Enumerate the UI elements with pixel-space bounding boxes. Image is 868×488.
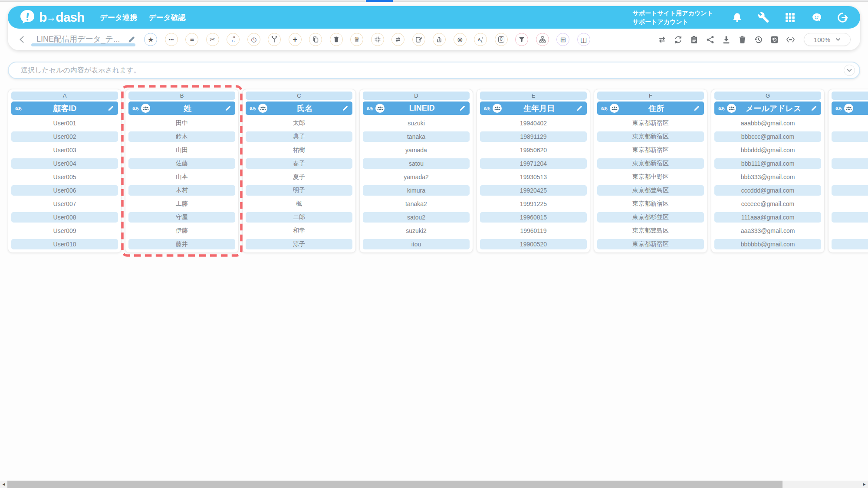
- translate-button[interactable]: Aa: [474, 33, 487, 46]
- restore-box-button[interactable]: [770, 35, 779, 44]
- formula-bar[interactable]: 選択したセルの内容が表示されます。: [8, 62, 860, 79]
- cell-b6[interactable]: 木村: [128, 183, 235, 197]
- sign-out-icon[interactable]: [837, 12, 849, 23]
- edit-box-button[interactable]: [412, 33, 425, 46]
- edit-field-pencil-icon[interactable]: [459, 105, 466, 111]
- field-header-d[interactable]: aあLINEID: [363, 102, 470, 115]
- horizontal-scrollbar[interactable]: ◀ ▶: [0, 481, 868, 488]
- edit-field-pencil-icon[interactable]: [342, 105, 349, 111]
- zoom-control[interactable]: 100%: [804, 33, 851, 46]
- cell-g10[interactable]: bbbbbb@gmail.com: [714, 237, 821, 251]
- org-group-button[interactable]: [536, 33, 549, 46]
- scroll-right-button[interactable]: ▶: [861, 481, 868, 488]
- sync-refresh-button[interactable]: [674, 35, 683, 44]
- cell-a10[interactable]: User010: [11, 237, 118, 251]
- edit-field-pencil-icon[interactable]: [576, 105, 583, 111]
- export-up-button[interactable]: [433, 33, 446, 46]
- share-button[interactable]: [706, 35, 715, 44]
- column-letter-e[interactable]: E: [480, 92, 587, 100]
- cell-g6[interactable]: cccddd@gmail.com: [714, 183, 821, 197]
- cell-e3[interactable]: 19950620: [480, 143, 587, 157]
- branch-split-button[interactable]: [268, 33, 281, 46]
- cell-e6[interactable]: 19920425: [480, 183, 587, 197]
- nav-link-data-integration[interactable]: データ連携: [100, 13, 137, 23]
- scroll-left-button[interactable]: ◀: [0, 481, 7, 488]
- cell-h6[interactable]: [832, 183, 868, 197]
- column-letter-h[interactable]: H: [832, 92, 868, 100]
- repeat-button[interactable]: [658, 35, 667, 44]
- cell-b7[interactable]: 工藤: [128, 197, 235, 210]
- copy-button[interactable]: [309, 33, 322, 46]
- cell-g5[interactable]: bbb333@gmail.com: [714, 170, 821, 183]
- code-view-button[interactable]: [786, 35, 795, 44]
- field-header-h[interactable]: aあ: [832, 102, 868, 115]
- cell-f3[interactable]: 東京都新宿区: [597, 143, 704, 157]
- history-button[interactable]: [754, 35, 763, 44]
- account-info[interactable]: サポートサイト用アカウント サポートアカウント: [632, 9, 713, 26]
- cell-h9[interactable]: [832, 224, 868, 237]
- cell-c9[interactable]: 和幸: [246, 224, 352, 237]
- cell-a1[interactable]: User001: [11, 116, 118, 130]
- cell-h4[interactable]: [832, 157, 868, 170]
- formula-expand-chevron[interactable]: [844, 65, 855, 76]
- cell-b9[interactable]: 伊藤: [128, 224, 235, 237]
- column-letter-g[interactable]: G: [714, 92, 821, 100]
- cell-a7[interactable]: User007: [11, 197, 118, 210]
- cell-d4[interactable]: satou: [363, 157, 470, 170]
- cell-h8[interactable]: [832, 210, 868, 224]
- add-button[interactable]: +: [289, 33, 302, 46]
- cell-g2[interactable]: bbbccc@gmail.com: [714, 130, 821, 143]
- cell-a6[interactable]: User006: [11, 183, 118, 197]
- cell-d10[interactable]: itou: [363, 237, 470, 251]
- cell-c7[interactable]: 楓: [246, 197, 352, 210]
- cell-h5[interactable]: [832, 170, 868, 183]
- cell-h1[interactable]: [832, 116, 868, 130]
- cell-b4[interactable]: 佐藤: [128, 157, 235, 170]
- cell-e5[interactable]: 19930513: [480, 170, 587, 183]
- cell-c1[interactable]: 太郎: [246, 116, 352, 130]
- cell-e8[interactable]: 19960815: [480, 210, 587, 224]
- cell-a8[interactable]: User008: [11, 210, 118, 224]
- cell-h7[interactable]: [832, 197, 868, 210]
- column-letter-b[interactable]: B: [128, 92, 235, 100]
- cell-a5[interactable]: User005: [11, 170, 118, 183]
- delete-column-button[interactable]: [330, 33, 343, 46]
- cell-d5[interactable]: yamada2: [363, 170, 470, 183]
- cell-c10[interactable]: 涼子: [246, 237, 352, 251]
- cell-e7[interactable]: 19991225: [480, 197, 587, 210]
- cell-d6[interactable]: kimura: [363, 183, 470, 197]
- download-button[interactable]: [722, 35, 731, 44]
- cell-e10[interactable]: 19900520: [480, 237, 587, 251]
- cell-f4[interactable]: 東京都新宿区: [597, 157, 704, 170]
- collapse-button[interactable]: [371, 33, 384, 46]
- cell-f9[interactable]: 東京都豊島区: [597, 224, 704, 237]
- cell-d2[interactable]: tanaka: [363, 130, 470, 143]
- column-letter-a[interactable]: A: [11, 92, 118, 100]
- sheet-title-wrap[interactable]: LINE配信用データ_テ...: [31, 32, 122, 47]
- edit-field-pencil-icon[interactable]: [108, 105, 114, 111]
- cell-g1[interactable]: aaabbb@gmail.com: [714, 116, 821, 130]
- cell-f1[interactable]: 東京都新宿区: [597, 116, 704, 130]
- cell-f7[interactable]: 東京都新宿区: [597, 197, 704, 210]
- cell-d7[interactable]: tanaka2: [363, 197, 470, 210]
- cell-b1[interactable]: 田中: [128, 116, 235, 130]
- favorite-star-button[interactable]: ★: [144, 33, 157, 46]
- cell-c6[interactable]: 明子: [246, 183, 352, 197]
- edit-field-pencil-icon[interactable]: [225, 105, 231, 111]
- edit-field-pencil-icon[interactable]: [694, 105, 700, 111]
- field-header-e[interactable]: aあ生年月日: [480, 102, 587, 115]
- apps-grid-icon[interactable]: [784, 12, 796, 23]
- cell-e2[interactable]: 19891129: [480, 130, 587, 143]
- back-arrow-button[interactable]: [17, 35, 27, 44]
- field-header-f[interactable]: aあ住所: [597, 102, 704, 115]
- cell-c4[interactable]: 春子: [246, 157, 352, 170]
- bdash-logo[interactable]: b→dash: [18, 9, 84, 26]
- edit-field-pencil-icon[interactable]: [811, 105, 817, 111]
- field-header-c[interactable]: aあ氏名: [246, 102, 352, 115]
- cell-f2[interactable]: 東京都新宿区: [597, 130, 704, 143]
- cell-c5[interactable]: 夏子: [246, 170, 352, 183]
- zero-format-button[interactable]: 0: [495, 33, 508, 46]
- cell-f10[interactable]: 東京都新宿区: [597, 237, 704, 251]
- cell-h10[interactable]: [832, 237, 868, 251]
- cell-f8[interactable]: 東京都杉並区: [597, 210, 704, 224]
